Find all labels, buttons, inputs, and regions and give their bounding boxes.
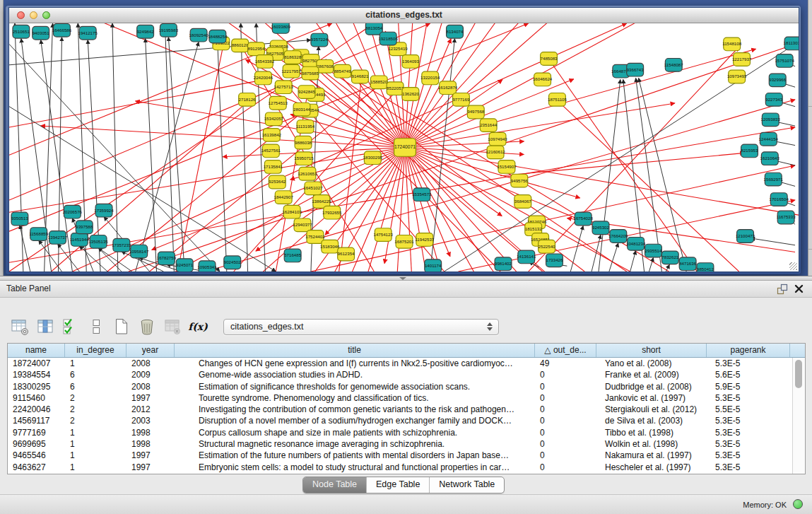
graph-node[interactable]: 9242845 <box>298 86 316 99</box>
graph-node[interactable]: 12610651 <box>298 167 317 180</box>
column-header-short[interactable]: short <box>596 344 707 357</box>
graph-node[interactable]: 9350513 <box>11 212 29 226</box>
graph-node[interactable]: 2803144 <box>293 103 311 116</box>
graph-node[interactable]: 15751074 <box>775 54 794 68</box>
graph-node[interactable]: 9497568 <box>467 105 485 119</box>
window-resize-grip[interactable] <box>789 262 797 270</box>
column-header-out_de[interactable]: △ out_de... <box>535 344 596 357</box>
graph-node[interactable]: 15342057 <box>264 112 284 126</box>
graph-node[interactable]: 16139842 <box>262 129 282 142</box>
table-row[interactable]: 1830029562008Estimation of significance … <box>8 381 805 392</box>
graph-node[interactable]: 11942537 <box>415 233 435 247</box>
graph-node[interactable]: 2351644 <box>480 119 498 132</box>
graph-node[interactable]: 17664209 <box>608 230 628 243</box>
table-settings-icon[interactable] <box>8 317 31 337</box>
graph-node[interactable]: 9397588 <box>76 221 93 234</box>
table-row[interactable]: 1872400712008Changes of HCN gene express… <box>8 358 805 369</box>
graph-node[interactable]: 2935514 <box>645 244 662 257</box>
tab-edge-table[interactable]: Edge Table <box>366 477 429 493</box>
graph-node[interactable]: 16543382 <box>255 55 275 69</box>
graph-node[interactable]: 9403051 <box>33 26 50 40</box>
graph-node[interactable]: 1401174 <box>425 259 442 271</box>
graph-node[interactable]: 11548108 <box>722 37 742 51</box>
graph-node[interactable]: 9981402 <box>495 257 512 271</box>
graph-node[interactable]: 9329966 <box>769 74 787 87</box>
graph-node[interactable]: 10905341 <box>197 261 217 271</box>
table-row[interactable]: 2242004622012Investigating the contribut… <box>8 404 805 415</box>
row-height-icon[interactable] <box>85 317 107 337</box>
graph-node[interactable]: 9875685 <box>302 66 319 80</box>
graph-node[interactable]: 9146821 <box>351 70 369 83</box>
graph-node[interactable]: 10974943 <box>488 132 507 146</box>
graph-node[interactable]: 18751105 <box>548 93 567 107</box>
graph-node[interactable]: 17359924 <box>94 204 114 217</box>
graph-node[interactable]: 11451944 <box>70 233 90 247</box>
graph-node[interactable]: 9495756 <box>511 174 529 187</box>
memory-ok-indicator[interactable] <box>793 499 803 509</box>
column-header-pagerank[interactable]: pagerank <box>707 344 790 357</box>
graph-node[interactable]: 19218506 <box>378 32 398 45</box>
graph-node[interactable]: 7832621 <box>661 251 679 264</box>
graph-node[interactable]: 16782759 <box>157 252 177 265</box>
graph-node[interactable]: 9777169 <box>452 93 470 107</box>
graph-node[interactable]: 1588520 <box>370 76 388 89</box>
network-canvas[interactable]: 1813027412217957142757131275451315342057… <box>9 23 799 271</box>
divider-collapse-handle[interactable] <box>399 277 406 280</box>
graph-node[interactable]: 18488254 <box>208 30 228 43</box>
graph-node[interactable]: 16754028 <box>574 212 594 226</box>
table-row[interactable]: 946554611997Estimation of the future num… <box>8 450 805 461</box>
graph-node[interactable]: 8854749 <box>334 64 352 78</box>
graph-node[interactable]: 9249842 <box>137 25 155 38</box>
graph-node[interactable]: 13942737 <box>48 231 68 245</box>
graph-node[interactable]: 11568859 <box>29 228 49 241</box>
graph-node[interactable]: 9024502 <box>224 256 242 269</box>
graph-node[interactable]: 14136141 <box>517 250 536 264</box>
graph-node[interactable]: 16046624 <box>533 73 553 86</box>
graph-node[interactable]: 9886038 <box>295 136 312 149</box>
delete-table-icon[interactable] <box>136 317 158 337</box>
graph-node[interactable]: 16162874 <box>438 81 458 95</box>
graph-node[interactable]: 14754123 <box>374 228 394 242</box>
graph-node[interactable]: 2522540 <box>539 240 556 253</box>
graph-node[interactable]: 8860128 <box>232 39 249 52</box>
graph-node[interactable]: 16875201 <box>394 235 414 249</box>
graph-node[interactable]: 19412175 <box>78 26 98 40</box>
table-row[interactable]: 1938455462009Genome-wide association stu… <box>8 369 805 380</box>
graph-node[interactable]: 16033809 <box>271 23 291 33</box>
graph-node[interactable]: 8522057 <box>387 82 404 95</box>
graph-node[interactable]: 10481234 <box>626 237 646 250</box>
graph-node[interactable]: 12093833 <box>761 113 781 127</box>
tab-network-table[interactable]: Network Table <box>429 477 504 493</box>
graph-node[interactable]: 1364093 <box>402 55 420 69</box>
graph-node[interactable]: 17357233 <box>112 238 131 252</box>
table-row[interactable]: 969969511998Structural magnetic resonanc… <box>8 438 805 450</box>
zoom-window-button[interactable] <box>42 11 50 19</box>
graph-node[interactable]: 10973493 <box>727 70 747 83</box>
graph-node[interactable]: 2867608 <box>317 59 334 73</box>
show-columns-icon[interactable] <box>34 317 57 337</box>
graph-node[interactable]: 9245071 <box>176 259 194 271</box>
graph-node[interactable]: 10958147 <box>129 245 149 258</box>
graph-node[interactable]: 8186328 <box>284 51 302 64</box>
graph-node[interactable]: 12444154 <box>759 132 779 146</box>
graph-node[interactable]: 9612354 <box>338 247 355 261</box>
graph-node[interactable]: 16466586 <box>52 23 72 37</box>
table-scrollbar[interactable] <box>792 358 805 474</box>
table-row[interactable]: 946362711997Embryonic stem cells: a mode… <box>8 462 805 473</box>
minimize-window-button[interactable] <box>30 11 37 19</box>
graph-node[interactable]: 12217957 <box>281 64 301 78</box>
graph-node[interactable]: 15692971 <box>764 173 784 186</box>
graph-node[interactable]: 16451027 <box>303 182 323 195</box>
graph-node[interactable]: 18113014 <box>784 37 799 50</box>
graph-node[interactable]: 14527561 <box>261 144 281 158</box>
graph-node[interactable]: 18092540 <box>189 28 208 42</box>
graph-node[interactable]: 8215953 <box>741 144 759 158</box>
graph-node[interactable]: 17240071 <box>394 139 416 156</box>
graph-node[interactable]: 12217937 <box>732 53 752 66</box>
graph-node[interactable]: 9850412 <box>697 263 714 271</box>
graph-node[interactable]: 16210643 <box>760 152 780 165</box>
table-row[interactable]: 1456911722003Disruption of a novel membe… <box>8 415 805 426</box>
graph-node[interactable]: 9253642 <box>269 175 286 189</box>
graph-node[interactable]: 11548087 <box>664 59 684 72</box>
column-header-title[interactable]: title <box>175 344 535 357</box>
